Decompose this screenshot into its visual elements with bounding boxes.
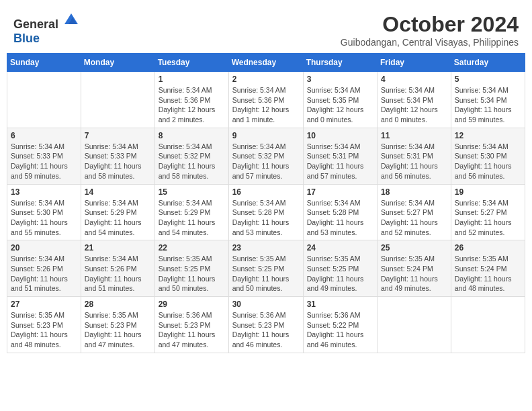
day-detail: Sunrise: 5:35 AMSunset: 5:25 PMDaylight:… xyxy=(159,254,225,293)
day-detail: Sunrise: 5:35 AMSunset: 5:23 PMDaylight:… xyxy=(11,310,77,350)
location-subtitle: Guibodangan, Central Visayas, Philippine… xyxy=(341,37,519,48)
day-number: 25 xyxy=(381,243,447,253)
calendar-week-row: 27Sunrise: 5:35 AMSunset: 5:23 PMDayligh… xyxy=(7,297,525,353)
calendar-day-cell xyxy=(451,297,525,353)
page-header: General Blue October 2024 Guibodangan, C… xyxy=(7,7,525,48)
calendar-day-cell: 30Sunrise: 5:36 AMSunset: 5:23 PMDayligh… xyxy=(228,297,303,353)
title-block: October 2024 Guibodangan, Central Visaya… xyxy=(341,12,519,48)
calendar-day-cell: 21Sunrise: 5:34 AMSunset: 5:26 PMDayligh… xyxy=(81,240,154,297)
day-number: 20 xyxy=(11,243,77,253)
day-number: 21 xyxy=(85,243,151,253)
weekday-header-thursday: Thursday xyxy=(303,54,377,72)
day-detail: Sunrise: 5:34 AMSunset: 5:28 PMDaylight:… xyxy=(307,198,373,238)
day-detail: Sunrise: 5:34 AMSunset: 5:30 PMDaylight:… xyxy=(455,142,521,181)
day-detail: Sunrise: 5:34 AMSunset: 5:26 PMDaylight:… xyxy=(11,254,77,293)
day-number: 2 xyxy=(232,75,300,84)
day-detail: Sunrise: 5:34 AMSunset: 5:34 PMDaylight:… xyxy=(381,85,447,125)
calendar-week-row: 6Sunrise: 5:34 AMSunset: 5:33 PMDaylight… xyxy=(7,128,525,184)
calendar-day-cell: 31Sunrise: 5:36 AMSunset: 5:22 PMDayligh… xyxy=(303,297,377,353)
day-detail: Sunrise: 5:34 AMSunset: 5:35 PMDaylight:… xyxy=(307,85,373,125)
day-number: 13 xyxy=(11,187,77,197)
day-detail: Sunrise: 5:34 AMSunset: 5:27 PMDaylight:… xyxy=(381,198,447,238)
day-detail: Sunrise: 5:34 AMSunset: 5:29 PMDaylight:… xyxy=(85,198,151,238)
weekday-header-tuesday: Tuesday xyxy=(154,54,228,72)
weekday-header-saturday: Saturday xyxy=(451,54,525,72)
day-number: 18 xyxy=(381,187,447,197)
calendar-day-cell: 7Sunrise: 5:34 AMSunset: 5:33 PMDaylight… xyxy=(81,128,154,184)
weekday-header-friday: Friday xyxy=(378,54,451,72)
weekday-header-sunday: Sunday xyxy=(7,54,81,72)
day-detail: Sunrise: 5:35 AMSunset: 5:24 PMDaylight:… xyxy=(455,254,521,293)
day-detail: Sunrise: 5:35 AMSunset: 5:25 PMDaylight:… xyxy=(232,254,300,293)
calendar-day-cell: 3Sunrise: 5:34 AMSunset: 5:35 PMDaylight… xyxy=(303,72,377,128)
day-detail: Sunrise: 5:34 AMSunset: 5:34 PMDaylight:… xyxy=(455,85,521,125)
logo-text: General Blue xyxy=(13,12,79,46)
day-number: 24 xyxy=(307,243,373,253)
day-number: 30 xyxy=(232,300,300,309)
day-detail: Sunrise: 5:34 AMSunset: 5:33 PMDaylight:… xyxy=(85,142,151,181)
calendar-day-cell: 10Sunrise: 5:34 AMSunset: 5:31 PMDayligh… xyxy=(303,128,377,184)
calendar-day-cell: 9Sunrise: 5:34 AMSunset: 5:32 PMDaylight… xyxy=(228,128,303,184)
weekday-header-wednesday: Wednesday xyxy=(228,54,303,72)
day-number: 19 xyxy=(455,187,521,197)
day-number: 14 xyxy=(85,187,151,197)
calendar-day-cell: 8Sunrise: 5:34 AMSunset: 5:32 PMDaylight… xyxy=(154,128,228,184)
day-number: 1 xyxy=(159,75,225,84)
day-number: 29 xyxy=(159,300,225,309)
day-detail: Sunrise: 5:34 AMSunset: 5:27 PMDaylight:… xyxy=(455,198,521,238)
day-number: 11 xyxy=(381,131,447,140)
day-detail: Sunrise: 5:34 AMSunset: 5:31 PMDaylight:… xyxy=(381,142,447,181)
day-number: 15 xyxy=(159,187,225,197)
calendar-day-cell xyxy=(81,72,154,128)
day-detail: Sunrise: 5:34 AMSunset: 5:30 PMDaylight:… xyxy=(11,198,77,238)
day-number: 17 xyxy=(307,187,373,197)
calendar-day-cell: 26Sunrise: 5:35 AMSunset: 5:24 PMDayligh… xyxy=(451,240,525,297)
logo-icon xyxy=(63,12,79,28)
calendar-day-cell: 11Sunrise: 5:34 AMSunset: 5:31 PMDayligh… xyxy=(378,128,451,184)
day-detail: Sunrise: 5:34 AMSunset: 5:26 PMDaylight:… xyxy=(85,254,151,293)
calendar-day-cell: 18Sunrise: 5:34 AMSunset: 5:27 PMDayligh… xyxy=(378,184,451,240)
calendar-day-cell: 17Sunrise: 5:34 AMSunset: 5:28 PMDayligh… xyxy=(303,184,377,240)
weekday-header-monday: Monday xyxy=(81,54,154,72)
calendar-day-cell: 22Sunrise: 5:35 AMSunset: 5:25 PMDayligh… xyxy=(154,240,228,297)
day-number: 22 xyxy=(159,243,225,253)
calendar-week-row: 13Sunrise: 5:34 AMSunset: 5:30 PMDayligh… xyxy=(7,184,525,240)
calendar-day-cell: 14Sunrise: 5:34 AMSunset: 5:29 PMDayligh… xyxy=(81,184,154,240)
day-detail: Sunrise: 5:34 AMSunset: 5:36 PMDaylight:… xyxy=(159,85,225,125)
day-detail: Sunrise: 5:34 AMSunset: 5:33 PMDaylight:… xyxy=(11,142,77,181)
day-number: 6 xyxy=(11,131,77,140)
logo: General Blue xyxy=(13,12,79,46)
day-detail: Sunrise: 5:36 AMSunset: 5:23 PMDaylight:… xyxy=(159,310,225,350)
calendar-day-cell xyxy=(7,72,81,128)
day-detail: Sunrise: 5:34 AMSunset: 5:29 PMDaylight:… xyxy=(159,198,225,238)
calendar-day-cell: 4Sunrise: 5:34 AMSunset: 5:34 PMDaylight… xyxy=(378,72,451,128)
calendar-day-cell: 2Sunrise: 5:34 AMSunset: 5:36 PMDaylight… xyxy=(228,72,303,128)
logo-blue: Blue xyxy=(13,32,40,45)
day-number: 8 xyxy=(159,131,225,140)
day-number: 7 xyxy=(85,131,151,140)
day-detail: Sunrise: 5:34 AMSunset: 5:36 PMDaylight:… xyxy=(232,85,300,125)
calendar-day-cell: 25Sunrise: 5:35 AMSunset: 5:24 PMDayligh… xyxy=(378,240,451,297)
calendar-day-cell: 15Sunrise: 5:34 AMSunset: 5:29 PMDayligh… xyxy=(154,184,228,240)
day-number: 10 xyxy=(307,131,373,140)
calendar-day-cell: 27Sunrise: 5:35 AMSunset: 5:23 PMDayligh… xyxy=(7,297,81,353)
day-number: 9 xyxy=(232,131,300,140)
weekday-header-row: SundayMondayTuesdayWednesdayThursdayFrid… xyxy=(7,54,525,72)
calendar-table: SundayMondayTuesdayWednesdayThursdayFrid… xyxy=(7,53,525,353)
day-detail: Sunrise: 5:36 AMSunset: 5:23 PMDaylight:… xyxy=(232,310,300,350)
day-detail: Sunrise: 5:35 AMSunset: 5:25 PMDaylight:… xyxy=(307,254,373,293)
calendar-day-cell: 23Sunrise: 5:35 AMSunset: 5:25 PMDayligh… xyxy=(228,240,303,297)
calendar-day-cell: 13Sunrise: 5:34 AMSunset: 5:30 PMDayligh… xyxy=(7,184,81,240)
calendar-week-row: 20Sunrise: 5:34 AMSunset: 5:26 PMDayligh… xyxy=(7,240,525,297)
logo-general: General xyxy=(13,17,58,31)
day-number: 23 xyxy=(232,243,300,253)
day-detail: Sunrise: 5:34 AMSunset: 5:28 PMDaylight:… xyxy=(232,198,300,238)
day-detail: Sunrise: 5:35 AMSunset: 5:23 PMDaylight:… xyxy=(85,310,151,350)
calendar-day-cell: 1Sunrise: 5:34 AMSunset: 5:36 PMDaylight… xyxy=(154,72,228,128)
calendar-day-cell: 29Sunrise: 5:36 AMSunset: 5:23 PMDayligh… xyxy=(154,297,228,353)
day-number: 5 xyxy=(455,75,521,84)
calendar-week-row: 1Sunrise: 5:34 AMSunset: 5:36 PMDaylight… xyxy=(7,72,525,128)
day-detail: Sunrise: 5:34 AMSunset: 5:32 PMDaylight:… xyxy=(159,142,225,181)
calendar-day-cell: 19Sunrise: 5:34 AMSunset: 5:27 PMDayligh… xyxy=(451,184,525,240)
day-detail: Sunrise: 5:35 AMSunset: 5:24 PMDaylight:… xyxy=(381,254,447,293)
